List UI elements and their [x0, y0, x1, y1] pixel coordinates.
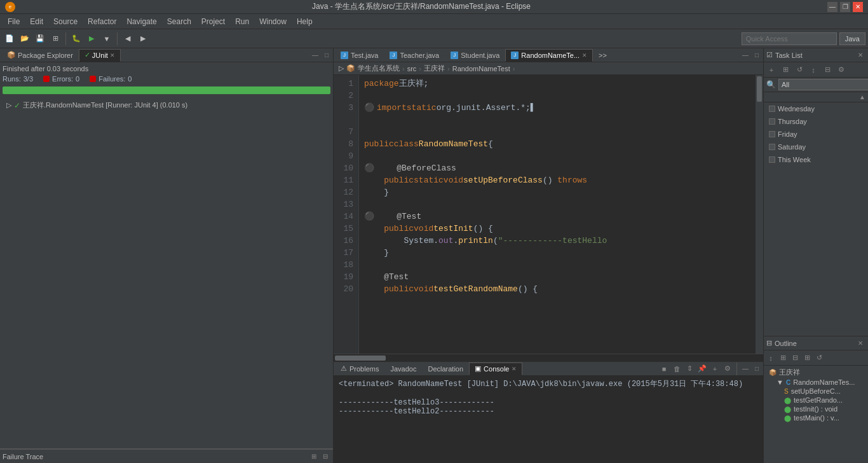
menu-source[interactable]: Source: [48, 16, 83, 27]
editor-min-btn[interactable]: —: [740, 50, 750, 60]
outline-sort-btn[interactable]: ↕: [765, 352, 776, 364]
menu-project[interactable]: Project: [196, 16, 230, 27]
console-tab-close[interactable]: ✕: [512, 366, 517, 372]
task-item-thursday[interactable]: Thursday: [764, 115, 868, 128]
console-sep: [736, 363, 737, 375]
task-sort-btn[interactable]: ↕: [807, 64, 820, 76]
new-button[interactable]: 📄: [3, 32, 17, 46]
tab-javadoc[interactable]: Javadoc: [384, 363, 422, 375]
task-settings-btn[interactable]: ⚙: [835, 64, 848, 76]
failure-trace-btn-1[interactable]: ⊞: [309, 452, 319, 462]
scroll-up-icon[interactable]: ▲: [859, 93, 865, 100]
maximize-panel-button[interactable]: □: [322, 50, 332, 60]
task-item-this-week[interactable]: This Week: [764, 153, 868, 166]
menu-navigate[interactable]: Navigate: [121, 16, 161, 27]
breadcrumb-src[interactable]: src: [407, 65, 417, 73]
code-line-blank: [364, 114, 750, 126]
outline-item-pkg[interactable]: 📦 王庆祥: [766, 367, 865, 378]
save-all-button[interactable]: ⊞: [48, 32, 62, 46]
tab-junit[interactable]: ✓ JUnit ✕: [79, 49, 121, 62]
close-button[interactable]: ✕: [853, 2, 863, 12]
task-item-saturday[interactable]: Saturday: [764, 141, 868, 153]
breadcrumb-project[interactable]: 学生点名系统: [358, 64, 400, 73]
menu-window[interactable]: Window: [254, 16, 292, 27]
console-settings-btn[interactable]: ⚙: [722, 363, 733, 375]
minimize-button[interactable]: —: [827, 2, 837, 12]
code-content[interactable]: package 王庆祥; ⚫import static org.junit.As…: [359, 75, 756, 354]
editor-scrollbar[interactable]: [756, 75, 763, 354]
code-line-16: System.out.println("------------testHell…: [364, 235, 750, 247]
tab-console[interactable]: ▣ Console ✕: [469, 363, 522, 375]
task-refresh-btn[interactable]: ↺: [793, 64, 806, 76]
breadcrumb-pkg[interactable]: 王庆祥: [424, 64, 445, 73]
outline-collapse-btn[interactable]: ⊟: [789, 352, 801, 364]
tab-test-java[interactable]: J Test.java: [335, 49, 384, 62]
menu-search[interactable]: Search: [162, 16, 196, 27]
console-tabs: ⚠ Problems Javadoc Declaration ▣ Console…: [334, 362, 763, 376]
menu-help[interactable]: Help: [292, 16, 318, 27]
h-scrollbar-thumb[interactable]: [335, 356, 386, 361]
code-line-14: ⚫ @Test: [364, 211, 750, 223]
console-max-btn[interactable]: □: [752, 364, 762, 374]
maximize-button[interactable]: ❐: [840, 2, 850, 12]
tab-package-explorer[interactable]: 📦 Package Explorer: [1, 49, 79, 62]
code-line-13: [364, 198, 750, 211]
console-scroll-lock-btn[interactable]: ⇕: [684, 363, 695, 375]
tab-overflow[interactable]: >>: [593, 49, 613, 62]
java-perspective-button[interactable]: Java: [839, 32, 865, 45]
editor-max-btn[interactable]: □: [752, 50, 762, 60]
menu-edit[interactable]: Edit: [25, 16, 48, 27]
junit-tab-close[interactable]: ✕: [110, 52, 115, 59]
run-button[interactable]: ▶: [85, 32, 98, 46]
prev-button[interactable]: ◀: [121, 32, 135, 46]
tab-student-java[interactable]: J Student.java: [445, 49, 505, 62]
outline-item-setup[interactable]: S setUpBeforeC...: [766, 387, 865, 396]
menu-file[interactable]: File: [3, 16, 25, 27]
console-label: Console: [484, 365, 509, 373]
scrollbar-thumb[interactable]: [757, 76, 762, 102]
outline-item-class[interactable]: ▼ C RandomNameTes...: [766, 378, 865, 387]
outline-item-getrandom[interactable]: ⬤ testGetRando...: [766, 396, 865, 404]
tab-declaration[interactable]: Declaration: [422, 363, 469, 375]
outline-close-btn[interactable]: ✕: [855, 338, 865, 349]
horizontal-scrollbar[interactable]: [334, 354, 763, 361]
console-clear-btn[interactable]: 🗑: [671, 363, 682, 375]
task-group-btn[interactable]: ⊟: [821, 64, 834, 76]
task-search-input[interactable]: [778, 79, 868, 90]
save-button[interactable]: 💾: [33, 32, 47, 46]
tab-teacher-java[interactable]: J Teacher.java: [384, 49, 445, 62]
quick-access-input[interactable]: [742, 32, 837, 45]
editor-tab-close[interactable]: ✕: [582, 52, 587, 59]
task-list-close-btn[interactable]: ✕: [855, 50, 865, 60]
run-config-button[interactable]: ▼: [100, 32, 114, 46]
failure-trace-btn-2[interactable]: ⊟: [320, 452, 330, 462]
outline-item-testmain[interactable]: ⬤ testMain() : v...: [766, 413, 865, 422]
junit-tree-item[interactable]: ▷ ✓ 王庆祥.RandomNameTest [Runner: JUnit 4]…: [4, 99, 329, 111]
console-min-btn[interactable]: —: [740, 364, 750, 374]
outline-expand-btn[interactable]: ⊞: [801, 352, 813, 364]
open-button[interactable]: 📂: [18, 32, 32, 46]
console-new-btn[interactable]: +: [709, 363, 721, 375]
tab-problems[interactable]: ⚠ Problems: [335, 363, 384, 375]
console-pin-btn[interactable]: 📌: [696, 363, 708, 375]
outline-sync-btn[interactable]: ↺: [813, 352, 825, 364]
console-terminate-btn[interactable]: ■: [658, 363, 670, 375]
minimize-panel-button[interactable]: —: [310, 50, 320, 60]
task-item-wednesday[interactable]: Wednesday: [764, 102, 868, 115]
task-new-btn[interactable]: +: [765, 64, 778, 76]
task-filter-btn[interactable]: ⊞: [779, 64, 792, 76]
breadcrumb-class[interactable]: RandomNameTest: [452, 65, 510, 73]
console-icon: ▣: [475, 364, 481, 373]
outline-item-testinit[interactable]: ⬤ testInit() : void: [766, 404, 865, 413]
code-editor[interactable]: 1 2 3 7 8 9 10 11 12 13 14 15 16 17 18 1…: [334, 75, 763, 354]
next-button[interactable]: ▶: [136, 32, 150, 46]
task-item-friday[interactable]: Friday: [764, 128, 868, 141]
menu-run[interactable]: Run: [230, 16, 254, 27]
debug-button[interactable]: 🐛: [69, 32, 83, 46]
menu-refactor[interactable]: Refactor: [83, 16, 121, 27]
tab-overflow-label: >>: [599, 52, 607, 59]
problems-icon: ⚠: [341, 364, 347, 373]
outline-filter-btn[interactable]: ⊞: [777, 352, 789, 364]
breadcrumb: ▷ 📦 学生点名系统 › src › 王庆祥 › RandomNameTest …: [334, 62, 763, 75]
tab-random-name[interactable]: J RandomNameTe... ✕: [505, 49, 593, 62]
